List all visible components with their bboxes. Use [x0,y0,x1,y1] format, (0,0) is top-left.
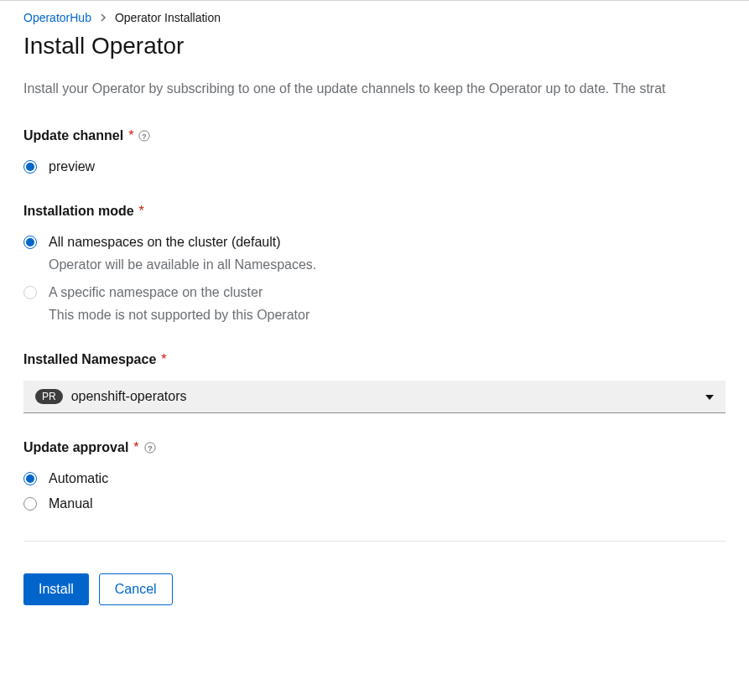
update-channel-radio-preview[interactable] [23,160,37,174]
update-channel-label: Update channel * ? [23,128,726,143]
svg-text:?: ? [143,132,147,141]
install-mode-option-all: All namespaces on the cluster (default) … [23,232,726,276]
approval-radio-automatic[interactable] [23,472,37,485]
update-approval-section: Update approval * ? Automatic Manual [23,440,726,514]
installed-namespace-section: Installed Namespace * PR openshift-opera… [23,352,726,413]
radio-label: A specific namespace on the cluster [49,283,726,303]
help-icon[interactable]: ? [144,442,156,454]
approval-option-manual: Manual [23,494,726,514]
help-icon[interactable]: ? [138,130,150,142]
cancel-button[interactable]: Cancel [99,573,173,605]
radio-label: All namespaces on the cluster (default) [49,232,726,252]
breadcrumb-parent-link[interactable]: OperatorHub [23,11,91,24]
chevron-right-icon [100,13,107,23]
page-title: Install Operator [23,33,726,60]
approval-option-automatic: Automatic [23,469,726,489]
required-indicator: * [128,128,133,143]
required-indicator: * [139,204,144,219]
radio-description: This mode is not supported by this Opera… [49,304,726,326]
radio-label: Manual [49,494,726,514]
breadcrumb: OperatorHub Operator Installation [23,11,726,24]
install-button[interactable]: Install [23,573,89,605]
installation-mode-section: Installation mode * All namespaces on th… [23,204,726,325]
install-mode-option-specific: A specific namespace on the cluster This… [23,283,726,326]
caret-down-icon [705,392,714,402]
project-badge: PR [35,389,63,404]
install-mode-radio-all[interactable] [23,236,37,249]
button-row: Install Cancel [23,573,726,605]
namespace-dropdown[interactable]: PR openshift-operators [23,381,726,413]
breadcrumb-current: Operator Installation [115,11,221,24]
namespace-value: openshift-operators [71,389,187,404]
divider [23,541,726,542]
required-indicator: * [133,440,138,455]
radio-label: preview [49,157,726,177]
radio-label: Automatic [49,469,726,489]
intro-text: Install your Operator by subscribing to … [23,81,726,96]
radio-description: Operator will be available in all Namesp… [49,254,726,276]
svg-text:?: ? [148,444,152,453]
approval-radio-manual[interactable] [23,497,37,511]
update-approval-label: Update approval * ? [23,440,726,455]
installation-mode-label: Installation mode * [23,204,726,219]
install-mode-radio-specific [23,286,37,299]
update-channel-option-preview: preview [23,157,726,177]
update-channel-section: Update channel * ? preview [23,128,726,177]
required-indicator: * [161,352,166,367]
installed-namespace-label: Installed Namespace * [23,352,726,367]
